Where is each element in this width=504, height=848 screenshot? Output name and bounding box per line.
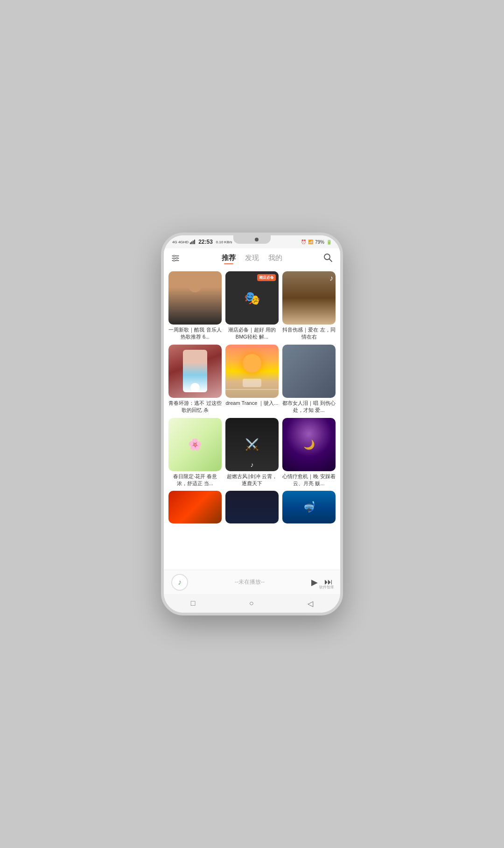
label-8: 超燃古风‖剑冲 云霄，逐鹿天下: [225, 473, 279, 488]
label-6: 都市女人泪｜唱 到伤心处，才知 爱...: [282, 400, 336, 414]
bottom-player: ♪ --未在播放-- ▶ ⏭: [164, 570, 340, 594]
app-content: 推荐 发现 我的 一周新歌｜酷我 音乐人热歌推荐 6...: [164, 248, 340, 594]
svg-line-7: [329, 259, 332, 261]
music-grid: 一周新歌｜酷我 音乐人热歌推荐 6... 潮店必备 潮店必备｜超好 用的BMG轻…: [168, 271, 336, 523]
nav-circle-button[interactable]: ○: [249, 599, 254, 608]
label-3: 抖音伤感｜爱在 左，同情在右: [282, 326, 336, 341]
thumb-3: ♪: [282, 271, 336, 325]
status-left: 4G 4GHD 22:53 0.10 KB/s: [172, 239, 232, 245]
thumb-2: 潮店必备: [225, 271, 279, 325]
thumb-7: 🌸: [168, 418, 222, 471]
network-label: 4G 4GHD: [172, 240, 189, 244]
grid-item-8[interactable]: ⚔️ ♪ 超燃古风‖剑冲 云霄，逐鹿天下: [225, 418, 279, 488]
thumb-9: 🌙: [282, 418, 336, 471]
svg-point-3: [173, 255, 175, 257]
camera: [255, 238, 259, 241]
alarm-icon: ⏰: [301, 240, 306, 244]
thumb-12: 🤿: [282, 491, 336, 523]
play-button[interactable]: ▶: [311, 577, 318, 587]
signal-bars: [190, 240, 195, 244]
content-scroll[interactable]: 一周新歌｜酷我 音乐人热歌推荐 6... 潮店必备 潮店必备｜超好 用的BMG轻…: [164, 268, 340, 570]
status-right: ⏰ 📶 79% 🔋: [301, 240, 332, 245]
watermark: 软件智库: [318, 584, 336, 590]
player-title: --未在播放--: [193, 578, 307, 586]
thumb-10: [168, 491, 222, 523]
grid-item-9[interactable]: 🌙 心情疗愈机｜晚 安踩着云、月亮 贩...: [282, 418, 336, 488]
tiktok-badge: ♪: [329, 274, 333, 283]
label-1: 一周新歌｜酷我 音乐人热歌推荐 6...: [168, 326, 222, 341]
label-9: 心情疗愈机｜晚 安踩着云、月亮 贩...: [282, 473, 336, 488]
grid-item-12[interactable]: 🤿: [282, 491, 336, 523]
tiktok-badge-2: ♪: [251, 461, 254, 468]
grid-item-7[interactable]: 🌸 春日限定·花开 春意浓，舒适正 当...: [168, 418, 222, 488]
tab-mine[interactable]: 我的: [268, 254, 282, 264]
thumb-4: [168, 345, 222, 398]
battery-icon: 🔋: [326, 240, 332, 245]
tab-recommend[interactable]: 推荐: [222, 254, 236, 264]
grid-item-10[interactable]: [168, 491, 222, 523]
nav-bar: 推荐 发现 我的: [164, 248, 340, 268]
nav-tabs: 推荐 发现 我的: [184, 254, 320, 264]
time-display: 22:53: [198, 239, 213, 245]
player-disc[interactable]: ♪: [171, 574, 188, 591]
thumb-8: ⚔️ ♪: [225, 418, 279, 471]
svg-point-4: [176, 257, 178, 259]
nav-square-button[interactable]: □: [191, 599, 196, 608]
label-7: 春日限定·花开 春意浓，舒适正 当...: [168, 473, 222, 488]
svg-point-5: [173, 260, 175, 261]
grid-item-1[interactable]: 一周新歌｜酷我 音乐人热歌推荐 6...: [168, 271, 222, 341]
search-button[interactable]: [320, 253, 333, 265]
nav-back-button[interactable]: ◁: [308, 599, 313, 608]
disc-icon: ♪: [178, 578, 182, 587]
thumb-6: [282, 345, 336, 398]
grid-item-3[interactable]: ♪ 抖音伤感｜爱在 左，同情在右: [282, 271, 336, 341]
badge-潮店: 潮店必备: [257, 274, 276, 281]
battery-display: 79%: [315, 240, 324, 245]
wifi-icon: 📶: [308, 240, 313, 244]
grid-item-2[interactable]: 潮店必备 潮店必备｜超好 用的BMG轻松 解...: [225, 271, 279, 341]
tab-discover[interactable]: 发现: [245, 254, 259, 264]
phone-frame: 4G 4GHD 22:53 0.10 KB/s ⏰ 📶 79% 🔋: [161, 233, 343, 615]
grid-item-4[interactable]: 青春环游：逃不 过这些歌的回忆 杀: [168, 345, 222, 414]
label-4: 青春环游：逃不 过这些歌的回忆 杀: [168, 400, 222, 414]
notch: [233, 235, 271, 244]
thumb-1: [168, 271, 222, 325]
grid-item-6[interactable]: 都市女人泪｜唱 到伤心处，才知 爱...: [282, 345, 336, 414]
label-5: dream Trance ｜驶入...: [225, 400, 279, 407]
label-2: 潮店必备｜超好 用的BMG轻松 解...: [225, 326, 279, 341]
svg-point-6: [324, 254, 330, 260]
speed-display: 0.10 KB/s: [216, 240, 232, 244]
thumb-5: [225, 345, 279, 398]
grid-item-5[interactable]: dream Trance ｜驶入...: [225, 345, 279, 414]
system-nav-bar: □ ○ ◁: [164, 594, 340, 613]
filter-icon[interactable]: [171, 255, 184, 263]
thumb-11: [225, 491, 279, 523]
grid-item-11[interactable]: [225, 491, 279, 523]
